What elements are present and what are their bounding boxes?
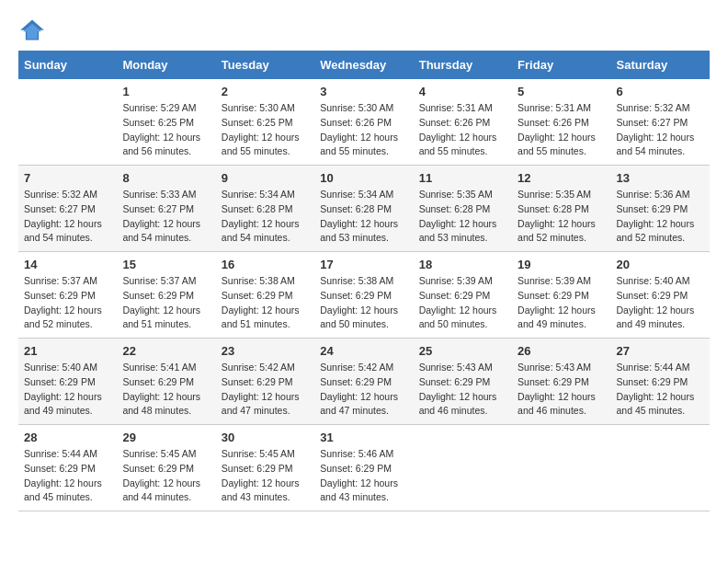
day-cell: 24Sunrise: 5:42 AMSunset: 6:29 PMDayligh… xyxy=(314,339,413,425)
logo xyxy=(18,18,48,41)
day-number: 11 xyxy=(419,171,506,185)
day-info: Sunrise: 5:29 AMSunset: 6:25 PMDaylight:… xyxy=(122,101,210,159)
day-number: 14 xyxy=(24,258,111,271)
day-number: 13 xyxy=(617,171,704,185)
day-info: Sunrise: 5:31 AMSunset: 6:26 PMDaylight:… xyxy=(419,101,506,159)
day-number: 18 xyxy=(419,258,506,271)
day-cell xyxy=(611,425,710,511)
day-number: 10 xyxy=(320,171,407,185)
day-info: Sunrise: 5:36 AMSunset: 6:29 PMDaylight:… xyxy=(617,188,704,246)
day-cell: 1Sunrise: 5:29 AMSunset: 6:25 PMDaylight… xyxy=(117,79,215,166)
page-header xyxy=(18,18,710,41)
day-info: Sunrise: 5:43 AMSunset: 6:29 PMDaylight:… xyxy=(419,361,506,419)
day-info: Sunrise: 5:34 AMSunset: 6:28 PMDaylight:… xyxy=(320,188,407,246)
day-number: 21 xyxy=(24,344,111,358)
day-cell: 22Sunrise: 5:41 AMSunset: 6:29 PMDayligh… xyxy=(117,339,215,425)
day-info: Sunrise: 5:43 AMSunset: 6:29 PMDaylight:… xyxy=(518,361,605,419)
day-info: Sunrise: 5:33 AMSunset: 6:27 PMDaylight:… xyxy=(122,188,210,246)
day-number: 6 xyxy=(617,85,704,98)
day-info: Sunrise: 5:40 AMSunset: 6:29 PMDaylight:… xyxy=(617,274,704,332)
day-info: Sunrise: 5:35 AMSunset: 6:28 PMDaylight:… xyxy=(518,188,605,246)
day-info: Sunrise: 5:44 AMSunset: 6:29 PMDaylight:… xyxy=(24,447,111,505)
day-info: Sunrise: 5:35 AMSunset: 6:28 PMDaylight:… xyxy=(419,188,506,246)
day-cell: 15Sunrise: 5:37 AMSunset: 6:29 PMDayligh… xyxy=(117,252,215,339)
day-number: 3 xyxy=(320,85,407,98)
calendar-table: SundayMondayTuesdayWednesdayThursdayFrid… xyxy=(18,51,710,511)
day-cell: 16Sunrise: 5:38 AMSunset: 6:29 PMDayligh… xyxy=(216,252,314,339)
day-cell: 31Sunrise: 5:46 AMSunset: 6:29 PMDayligh… xyxy=(314,425,413,511)
day-number: 5 xyxy=(518,85,605,98)
calendar-header-row: SundayMondayTuesdayWednesdayThursdayFrid… xyxy=(18,51,710,79)
day-info: Sunrise: 5:31 AMSunset: 6:26 PMDaylight:… xyxy=(518,101,605,159)
day-info: Sunrise: 5:38 AMSunset: 6:29 PMDaylight:… xyxy=(222,274,309,332)
day-cell xyxy=(512,425,610,511)
day-cell: 19Sunrise: 5:39 AMSunset: 6:29 PMDayligh… xyxy=(512,252,610,339)
day-info: Sunrise: 5:41 AMSunset: 6:29 PMDaylight:… xyxy=(122,361,210,419)
week-row-3: 14Sunrise: 5:37 AMSunset: 6:29 PMDayligh… xyxy=(18,252,710,339)
day-cell: 14Sunrise: 5:37 AMSunset: 6:29 PMDayligh… xyxy=(18,252,117,339)
day-number: 7 xyxy=(24,171,111,185)
header-sunday: Sunday xyxy=(18,51,117,79)
day-cell: 21Sunrise: 5:40 AMSunset: 6:29 PMDayligh… xyxy=(18,339,117,425)
day-number: 29 xyxy=(122,431,210,444)
day-number: 26 xyxy=(518,344,605,358)
day-info: Sunrise: 5:42 AMSunset: 6:29 PMDaylight:… xyxy=(320,361,407,419)
day-number: 19 xyxy=(518,258,605,271)
day-number: 8 xyxy=(122,171,210,185)
day-info: Sunrise: 5:38 AMSunset: 6:29 PMDaylight:… xyxy=(320,274,407,332)
day-info: Sunrise: 5:30 AMSunset: 6:25 PMDaylight:… xyxy=(222,101,309,159)
day-cell: 30Sunrise: 5:45 AMSunset: 6:29 PMDayligh… xyxy=(216,425,314,511)
day-info: Sunrise: 5:39 AMSunset: 6:29 PMDaylight:… xyxy=(518,274,605,332)
day-number: 23 xyxy=(222,344,309,358)
day-cell: 5Sunrise: 5:31 AMSunset: 6:26 PMDaylight… xyxy=(512,79,610,166)
day-cell: 8Sunrise: 5:33 AMSunset: 6:27 PMDaylight… xyxy=(117,166,215,252)
week-row-4: 21Sunrise: 5:40 AMSunset: 6:29 PMDayligh… xyxy=(18,339,710,425)
day-info: Sunrise: 5:30 AMSunset: 6:26 PMDaylight:… xyxy=(320,101,407,159)
day-cell: 7Sunrise: 5:32 AMSunset: 6:27 PMDaylight… xyxy=(18,166,117,252)
day-info: Sunrise: 5:45 AMSunset: 6:29 PMDaylight:… xyxy=(122,447,210,505)
header-saturday: Saturday xyxy=(611,51,710,79)
day-cell: 29Sunrise: 5:45 AMSunset: 6:29 PMDayligh… xyxy=(117,425,215,511)
header-tuesday: Tuesday xyxy=(216,51,314,79)
day-info: Sunrise: 5:34 AMSunset: 6:28 PMDaylight:… xyxy=(222,188,309,246)
week-row-5: 28Sunrise: 5:44 AMSunset: 6:29 PMDayligh… xyxy=(18,425,710,511)
day-number: 17 xyxy=(320,258,407,271)
day-cell: 23Sunrise: 5:42 AMSunset: 6:29 PMDayligh… xyxy=(216,339,314,425)
day-cell xyxy=(414,425,512,511)
header-wednesday: Wednesday xyxy=(314,51,413,79)
day-cell: 12Sunrise: 5:35 AMSunset: 6:28 PMDayligh… xyxy=(512,166,610,252)
day-cell: 4Sunrise: 5:31 AMSunset: 6:26 PMDaylight… xyxy=(414,79,512,166)
header-thursday: Thursday xyxy=(414,51,512,79)
header-friday: Friday xyxy=(512,51,610,79)
day-cell: 2Sunrise: 5:30 AMSunset: 6:25 PMDaylight… xyxy=(216,79,314,166)
day-number: 2 xyxy=(222,85,309,98)
day-number: 16 xyxy=(222,258,309,271)
day-number: 22 xyxy=(122,344,210,358)
day-info: Sunrise: 5:32 AMSunset: 6:27 PMDaylight:… xyxy=(24,188,111,246)
day-cell: 26Sunrise: 5:43 AMSunset: 6:29 PMDayligh… xyxy=(512,339,610,425)
day-number: 1 xyxy=(122,85,210,98)
day-cell: 10Sunrise: 5:34 AMSunset: 6:28 PMDayligh… xyxy=(314,166,413,252)
day-number: 27 xyxy=(617,344,704,358)
day-cell: 3Sunrise: 5:30 AMSunset: 6:26 PMDaylight… xyxy=(314,79,413,166)
day-number: 15 xyxy=(122,258,210,271)
day-number: 25 xyxy=(419,344,506,358)
day-number: 4 xyxy=(419,85,506,98)
day-number: 12 xyxy=(518,171,605,185)
day-number: 30 xyxy=(222,431,309,444)
day-cell: 28Sunrise: 5:44 AMSunset: 6:29 PMDayligh… xyxy=(18,425,117,511)
day-cell xyxy=(18,79,117,166)
day-cell: 6Sunrise: 5:32 AMSunset: 6:27 PMDaylight… xyxy=(611,79,710,166)
logo-icon xyxy=(18,18,46,41)
day-info: Sunrise: 5:37 AMSunset: 6:29 PMDaylight:… xyxy=(24,274,111,332)
day-info: Sunrise: 5:42 AMSunset: 6:29 PMDaylight:… xyxy=(222,361,309,419)
week-row-2: 7Sunrise: 5:32 AMSunset: 6:27 PMDaylight… xyxy=(18,166,710,252)
day-cell: 11Sunrise: 5:35 AMSunset: 6:28 PMDayligh… xyxy=(414,166,512,252)
day-info: Sunrise: 5:44 AMSunset: 6:29 PMDaylight:… xyxy=(617,361,704,419)
day-number: 24 xyxy=(320,344,407,358)
day-number: 31 xyxy=(320,431,407,444)
day-cell: 18Sunrise: 5:39 AMSunset: 6:29 PMDayligh… xyxy=(414,252,512,339)
day-info: Sunrise: 5:46 AMSunset: 6:29 PMDaylight:… xyxy=(320,447,407,505)
day-info: Sunrise: 5:45 AMSunset: 6:29 PMDaylight:… xyxy=(222,447,309,505)
day-cell: 25Sunrise: 5:43 AMSunset: 6:29 PMDayligh… xyxy=(414,339,512,425)
